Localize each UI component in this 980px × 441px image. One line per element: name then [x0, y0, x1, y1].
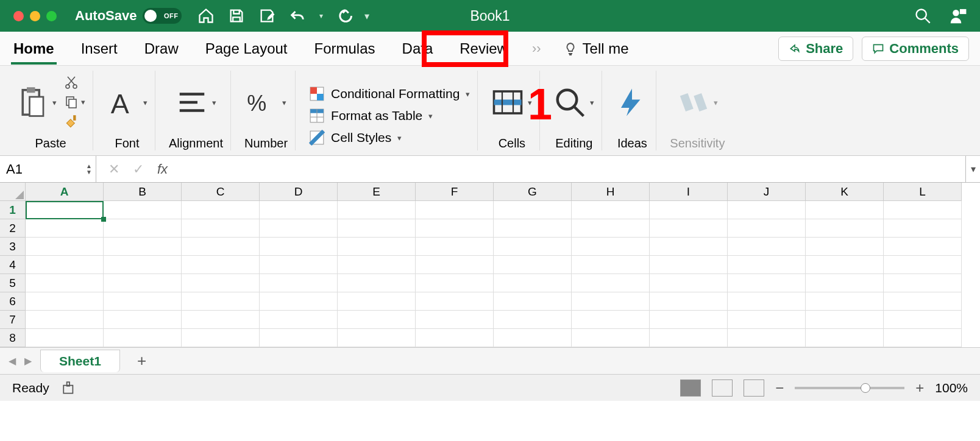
cell[interactable]: [104, 311, 182, 329]
cell[interactable]: [26, 329, 104, 347]
cell[interactable]: [494, 311, 572, 329]
save-edit-icon[interactable]: [258, 7, 275, 24]
row-header[interactable]: 5: [0, 274, 26, 292]
cell[interactable]: [182, 311, 260, 329]
col-header[interactable]: I: [650, 183, 728, 201]
cell[interactable]: [572, 329, 650, 347]
cell-styles-button[interactable]: Cell Styles ▾: [309, 130, 470, 146]
cell[interactable]: [494, 219, 572, 238]
cell[interactable]: [650, 201, 728, 219]
page-break-view-button[interactable]: [744, 379, 764, 397]
add-sheet-button[interactable]: +: [129, 351, 155, 370]
cell[interactable]: [806, 311, 884, 329]
cell[interactable]: [260, 311, 338, 329]
cut-icon[interactable]: [64, 75, 79, 90]
cell[interactable]: [494, 292, 572, 311]
cell[interactable]: [884, 219, 962, 238]
cells-icon[interactable]: [491, 86, 524, 119]
format-painter-icon[interactable]: [64, 114, 80, 130]
cell[interactable]: [494, 274, 572, 292]
undo-icon[interactable]: [289, 7, 306, 24]
row-header[interactable]: 7: [0, 311, 26, 329]
tab-data[interactable]: Data: [400, 37, 436, 61]
cell[interactable]: [650, 311, 728, 329]
row-header[interactable]: 3: [0, 238, 26, 256]
alignment-icon[interactable]: [176, 86, 208, 119]
formula-bar-expand-icon[interactable]: ▾: [965, 156, 980, 182]
page-layout-view-button[interactable]: [712, 379, 733, 397]
cell[interactable]: [104, 329, 182, 347]
tab-home[interactable]: Home: [11, 37, 57, 61]
copy-dropdown-icon[interactable]: ▾: [81, 97, 85, 107]
col-header[interactable]: C: [182, 183, 260, 201]
zoom-in-button[interactable]: +: [915, 379, 924, 397]
cell[interactable]: [728, 219, 806, 238]
cell[interactable]: [104, 201, 182, 219]
fill-handle[interactable]: [101, 217, 106, 222]
font-icon[interactable]: A: [107, 86, 140, 119]
cell[interactable]: [572, 292, 650, 311]
cell[interactable]: [650, 238, 728, 256]
accept-formula-icon[interactable]: ✓: [133, 161, 144, 177]
col-header[interactable]: K: [806, 183, 884, 201]
cell[interactable]: [182, 256, 260, 274]
close-window-button[interactable]: [13, 11, 24, 21]
format-as-table-button[interactable]: Format as Table ▾: [309, 108, 470, 124]
cell[interactable]: [260, 274, 338, 292]
cell[interactable]: [260, 219, 338, 238]
redo-icon[interactable]: [336, 7, 353, 24]
cell[interactable]: [26, 238, 104, 256]
tell-me-search[interactable]: Tell me: [563, 40, 629, 57]
cell[interactable]: [806, 329, 884, 347]
cell[interactable]: [416, 329, 494, 347]
cell[interactable]: [338, 238, 416, 256]
col-header[interactable]: D: [260, 183, 338, 201]
row-header[interactable]: 4: [0, 256, 26, 274]
cell[interactable]: [26, 256, 104, 274]
cell[interactable]: [572, 219, 650, 238]
cell[interactable]: [806, 219, 884, 238]
cell[interactable]: [728, 292, 806, 311]
row-header[interactable]: 6: [0, 292, 26, 311]
cell[interactable]: [884, 256, 962, 274]
tab-insert[interactable]: Insert: [79, 37, 120, 61]
cell[interactable]: [650, 329, 728, 347]
cell[interactable]: [416, 311, 494, 329]
cell[interactable]: [728, 274, 806, 292]
cell[interactable]: [260, 329, 338, 347]
cell[interactable]: [260, 256, 338, 274]
cell[interactable]: [572, 311, 650, 329]
row-header[interactable]: 1: [0, 201, 26, 219]
cell[interactable]: [338, 219, 416, 238]
cell[interactable]: [104, 274, 182, 292]
col-header[interactable]: E: [338, 183, 416, 201]
cell-styles-dropdown-icon[interactable]: ▾: [397, 133, 402, 143]
zoom-out-button[interactable]: −: [775, 379, 784, 397]
cell[interactable]: [416, 219, 494, 238]
cell[interactable]: [104, 256, 182, 274]
more-tabs-icon[interactable]: ››: [532, 41, 541, 57]
cell[interactable]: [104, 238, 182, 256]
col-header[interactable]: A: [26, 183, 104, 201]
autosave-switch[interactable]: OFF: [143, 8, 182, 24]
formula-input[interactable]: [180, 156, 965, 182]
cell[interactable]: [182, 201, 260, 219]
cell[interactable]: [260, 201, 338, 219]
editing-icon[interactable]: [553, 86, 586, 119]
cell[interactable]: [728, 311, 806, 329]
cancel-formula-icon[interactable]: ✕: [108, 161, 119, 177]
cell[interactable]: [572, 256, 650, 274]
tab-formulas[interactable]: Formulas: [312, 37, 378, 61]
number-dropdown-icon[interactable]: ▾: [282, 98, 286, 107]
col-header[interactable]: L: [884, 183, 962, 201]
row-header[interactable]: 2: [0, 219, 26, 238]
alignment-dropdown-icon[interactable]: ▾: [212, 98, 216, 107]
cell[interactable]: [572, 201, 650, 219]
cell[interactable]: [884, 274, 962, 292]
undo-dropdown-icon[interactable]: ▾: [319, 12, 323, 20]
ideas-icon[interactable]: [616, 86, 648, 119]
selected-cell[interactable]: [26, 201, 104, 219]
cell[interactable]: [338, 329, 416, 347]
cell[interactable]: [806, 292, 884, 311]
cell[interactable]: [416, 201, 494, 219]
